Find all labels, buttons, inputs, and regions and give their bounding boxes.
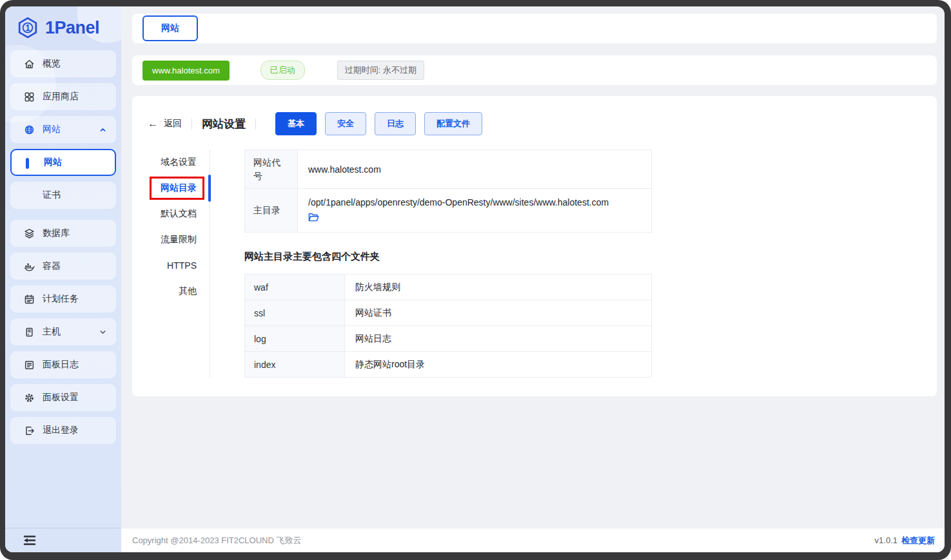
table-row: ssl 网站证书 [245,300,652,326]
logo-hexagon-icon: 1 [16,16,39,39]
site-domain-button[interactable]: www.halotest.com [142,61,230,81]
sidebar-item-label: 概览 [43,58,107,70]
sidebar-item-label: 计划任务 [43,293,107,305]
table-row: waf 防火墙规则 [245,275,652,300]
sidebar-item-database[interactable]: 数据库 [10,220,116,247]
table-row: log 网站日志 [245,326,652,352]
sidebar: 1 1Panel 概览 应用商店 [5,6,121,552]
copyright-text: Copyright @2014-2023 FIT2CLOUND 飞致云 [132,535,301,546]
sidebar-item-panel-logs[interactable]: 面板日志 [10,351,116,378]
back-arrow-icon: ← [148,118,158,130]
settings-subnav: 域名设置 网站目录 默认文档 流量限制 HTTPS 其他 [148,150,210,378]
content-spacer [121,396,945,528]
subnav-item-https[interactable]: HTTPS [148,253,197,278]
window-frame: 1 1Panel 概览 应用商店 [0,0,951,560]
folder-name: index [245,352,345,378]
sidebar-item-certificates[interactable]: 证书 [10,182,116,209]
subnav-item-site-directory[interactable]: 网站目录 [148,175,197,201]
folder-open-icon[interactable] [308,213,319,222]
sidebar-item-label: 退出登录 [43,425,107,436]
sidebar-item-overview[interactable]: 概览 [10,50,116,77]
appstore-icon [24,92,35,102]
app-logo: 1 1Panel [5,6,121,49]
folder-desc: 防火墙规则 [345,275,652,300]
container-icon [24,261,35,272]
sidebar-item-label: 网站 [44,157,106,168]
subnav-active-indicator [208,175,211,202]
subnav-item-default-doc[interactable]: 默认文档 [148,201,197,227]
tab-log[interactable]: 日志 [375,112,416,135]
row-label: 网站代号 [245,150,298,189]
sidebar-item-label: 网站 [43,124,91,135]
site-status-bar: www.halotest.com 已启动 过期时间: 永不过期 [132,55,937,85]
sidebar-item-website-parent[interactable]: 网站 [10,116,116,143]
sidebar-footer [5,528,121,552]
chevron-up-icon [99,126,107,134]
sidebar-item-label: 面板设置 [43,392,107,403]
sidebar-nav: 概览 应用商店 网站 [5,49,121,528]
logout-icon [24,425,35,436]
version-area: v1.0.1 检查更新 [875,535,935,546]
expire-time-tag: 过期时间: 永不过期 [337,61,424,80]
divider [191,119,192,130]
settings-tabs: 基本 安全 日志 配置文件 [275,112,482,135]
sidebar-item-label: 面板日志 [43,359,107,371]
row-label: 主目录 [245,189,298,233]
logo-text: 1Panel [45,18,99,38]
sidebar-item-logout[interactable]: 退出登录 [10,417,116,444]
panel-log-icon [24,360,35,371]
sidebar-item-containers[interactable]: 容器 [10,253,116,280]
sidebar-item-website[interactable]: 网站 [10,149,116,176]
settings-header: ← 返回 网站设置 基本 安全 日志 配置文件 [148,112,921,135]
page-footer: Copyright @2014-2023 FIT2CLOUND 飞致云 v1.0… [121,528,945,552]
sidebar-item-panel-settings[interactable]: 面板设置 [10,384,116,411]
svg-text:1: 1 [25,23,30,33]
page-title: 网站设置 [202,117,246,131]
back-label: 返回 [164,118,182,130]
site-info-table: 网站代号 www.halotest.com 主目录 /opt/1panel/ap… [244,150,652,233]
chevron-down-icon [99,328,107,336]
tab-website[interactable]: 网站 [142,15,198,41]
back-button[interactable]: ← 返回 [148,118,182,130]
subnav-item-other[interactable]: 其他 [148,278,197,304]
divider [255,119,256,130]
folders-heading: 网站主目录主要包含四个文件夹 [244,251,921,263]
tab-security[interactable]: 安全 [325,112,366,135]
version-text: v1.0.1 [875,536,897,545]
page-tabbar: 网站 [132,14,937,43]
gear-icon [24,392,35,403]
sidebar-item-cronjobs[interactable]: 计划任务 [10,285,116,313]
website-settings-card: ← 返回 网站设置 基本 安全 日志 配置文件 域名设置 [132,96,937,396]
settings-body: 域名设置 网站目录 默认文档 流量限制 HTTPS 其他 [148,150,921,378]
sidebar-item-appstore[interactable]: 应用商店 [10,83,116,110]
globe-icon [24,124,35,135]
site-root-path: /opt/1panel/apps/openresty/demo-OpenRest… [308,197,641,209]
sidebar-item-label: 主机 [43,326,91,338]
collapse-sidebar-icon[interactable] [23,535,37,546]
folder-desc: 网站证书 [345,300,652,326]
subnav-item-rate-limit[interactable]: 流量限制 [148,227,197,253]
subnav-item-domain[interactable]: 域名设置 [148,150,197,175]
sidebar-item-host[interactable]: 主机 [10,318,116,345]
sidebar-item-label: 容器 [43,260,107,272]
row-value: www.halotest.com [298,150,652,189]
cronjob-icon [24,294,35,305]
database-icon [24,228,35,239]
table-row: 主目录 /opt/1panel/apps/openresty/demo-Open… [245,189,652,233]
folder-name: log [245,326,345,352]
main-area: 网站 www.halotest.com 已启动 过期时间: 永不过期 ← 返回 … [121,6,945,552]
folder-desc: 网站日志 [345,326,652,352]
folders-table: waf 防火墙规则 ssl 网站证书 log 网站日志 [244,274,652,378]
folder-name: ssl [245,300,345,326]
site-directory-panel: 网站代号 www.halotest.com 主目录 /opt/1panel/ap… [244,150,921,378]
check-update-link[interactable]: 检查更新 [901,535,935,546]
subnav-item-label: 网站目录 [161,182,197,193]
row-value: /opt/1panel/apps/openresty/demo-OpenRest… [298,189,652,233]
running-status-badge: 已启动 [260,61,305,80]
tab-config-file[interactable]: 配置文件 [424,112,482,135]
tab-basic[interactable]: 基本 [275,112,317,135]
subnav-active-label-wrap: 网站目录 [161,182,197,194]
active-indicator-bar [26,158,29,169]
host-icon [24,327,35,338]
folder-desc: 静态网站root目录 [345,352,652,378]
